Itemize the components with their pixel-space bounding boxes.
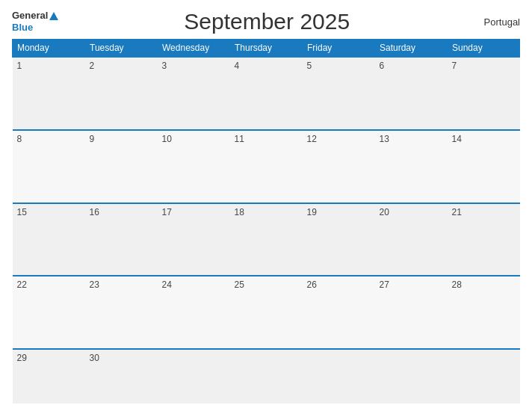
header-monday: Monday bbox=[13, 40, 85, 58]
header-tuesday: Tuesday bbox=[85, 40, 158, 58]
calendar-table: Monday Tuesday Wednesday Thursday Friday… bbox=[12, 39, 520, 404]
week-row-3: 15 16 17 18 19 20 21 bbox=[13, 203, 520, 276]
calendar-title: September 2025 bbox=[58, 9, 475, 34]
day-25: 25 bbox=[230, 276, 303, 349]
week-row-1: 1 2 3 4 5 6 7 bbox=[13, 57, 520, 130]
day-24: 24 bbox=[158, 276, 230, 349]
day-14: 14 bbox=[448, 130, 520, 203]
country-label: Portugal bbox=[475, 16, 520, 28]
day-empty-1 bbox=[158, 349, 230, 404]
day-19: 19 bbox=[303, 203, 375, 276]
header-sunday: Sunday bbox=[448, 40, 520, 58]
day-7: 7 bbox=[448, 57, 520, 130]
header-thursday: Thursday bbox=[230, 40, 303, 58]
week-row-2: 8 9 10 11 12 13 14 bbox=[13, 130, 520, 203]
day-15: 15 bbox=[13, 203, 85, 276]
day-empty-5 bbox=[448, 349, 520, 404]
day-20: 20 bbox=[375, 203, 448, 276]
logo-general-text: General bbox=[12, 10, 48, 22]
day-2: 2 bbox=[85, 57, 158, 130]
day-empty-2 bbox=[230, 349, 303, 404]
day-6: 6 bbox=[375, 57, 448, 130]
day-17: 17 bbox=[158, 203, 230, 276]
calendar-header: General Blue September 2025 Portugal bbox=[12, 9, 520, 34]
day-21: 21 bbox=[448, 203, 520, 276]
day-8: 8 bbox=[13, 130, 85, 203]
day-3: 3 bbox=[158, 57, 230, 130]
day-10: 10 bbox=[158, 130, 230, 203]
header-friday: Friday bbox=[303, 40, 375, 58]
day-empty-4 bbox=[375, 349, 448, 404]
day-28: 28 bbox=[448, 276, 520, 349]
day-12: 12 bbox=[303, 130, 375, 203]
logo: General Blue bbox=[12, 10, 58, 33]
day-27: 27 bbox=[375, 276, 448, 349]
week-row-5: 29 30 bbox=[13, 349, 520, 404]
day-22: 22 bbox=[13, 276, 85, 349]
header-wednesday: Wednesday bbox=[158, 40, 230, 58]
day-9: 9 bbox=[85, 130, 158, 203]
day-29: 29 bbox=[13, 349, 85, 404]
day-26: 26 bbox=[303, 276, 375, 349]
header-saturday: Saturday bbox=[375, 40, 448, 58]
weekday-header-row: Monday Tuesday Wednesday Thursday Friday… bbox=[13, 40, 520, 58]
day-4: 4 bbox=[230, 57, 303, 130]
day-1: 1 bbox=[13, 57, 85, 130]
day-16: 16 bbox=[85, 203, 158, 276]
day-18: 18 bbox=[230, 203, 303, 276]
week-row-4: 22 23 24 25 26 27 28 bbox=[13, 276, 520, 349]
day-13: 13 bbox=[375, 130, 448, 203]
day-30: 30 bbox=[85, 349, 158, 404]
day-23: 23 bbox=[85, 276, 158, 349]
calendar-page: General Blue September 2025 Portugal Mon… bbox=[0, 0, 532, 411]
logo-blue-text: Blue bbox=[12, 22, 58, 34]
day-empty-3 bbox=[303, 349, 375, 404]
day-11: 11 bbox=[230, 130, 303, 203]
day-5: 5 bbox=[303, 57, 375, 130]
